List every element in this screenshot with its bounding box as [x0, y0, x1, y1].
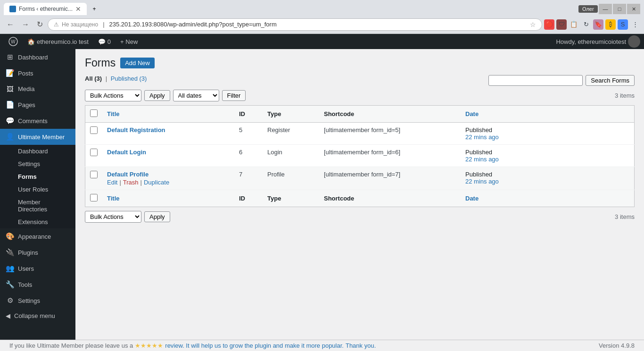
- bottom-right-info: 3 items: [615, 213, 635, 220]
- row-checkbox[interactable]: [90, 126, 98, 134]
- comments-icon: 💬: [98, 38, 106, 45]
- sidebar-item-ultimate-member[interactable]: 👤 Ultimate Member: [0, 129, 75, 145]
- sidebar-submenu-settings[interactable]: Settings: [0, 158, 75, 170]
- apply-button-bottom[interactable]: Apply: [144, 211, 170, 222]
- security-label: Не защищено: [62, 21, 98, 28]
- title-sort-link[interactable]: Title: [107, 110, 120, 117]
- comments-count: 0: [107, 38, 111, 45]
- sidebar-item-posts[interactable]: 📝 Posts: [0, 65, 75, 81]
- appearance-icon: 🎨: [6, 232, 14, 241]
- extension-icon-1[interactable]: 🔴: [544, 19, 554, 30]
- sidebar-item-users[interactable]: 👥 Users: [0, 260, 75, 276]
- bulk-actions-select-top[interactable]: Bulk Actions: [85, 90, 141, 101]
- row-checkbox[interactable]: [90, 149, 98, 156]
- extension-icon-2[interactable]: 🛡: [556, 19, 567, 30]
- date-sort-link[interactable]: Date: [465, 110, 479, 117]
- select-all-checkbox[interactable]: [90, 109, 98, 117]
- wp-logo-item[interactable]: W: [4, 34, 23, 49]
- sidebar-item-pages[interactable]: 📄 Pages: [0, 97, 75, 113]
- sidebar-item-appearance[interactable]: 🎨 Appearance: [0, 228, 75, 244]
- filter-search-row: All (3) | Published (3) Search Forms: [85, 75, 635, 86]
- forward-button[interactable]: →: [19, 18, 32, 31]
- title-sort-footer-link[interactable]: Title: [107, 195, 120, 202]
- footer-review-link[interactable]: review. It will help us to grow the plug…: [165, 342, 344, 349]
- col-footer-checkbox: [85, 190, 103, 207]
- table-top-right: 3 items: [615, 92, 635, 99]
- url-separator: |: [103, 21, 104, 28]
- sidebar-item-settings[interactable]: ⚙ Settings: [0, 292, 75, 309]
- dashboard-icon: ⊞: [6, 53, 14, 61]
- sidebar-item-plugins[interactable]: 🔌 Plugins: [0, 244, 75, 260]
- filter-link-all[interactable]: All (3): [85, 75, 102, 82]
- select-all-footer-checkbox[interactable]: [90, 194, 98, 201]
- extension-icon-5[interactable]: 🔖: [593, 19, 603, 30]
- sidebar-submenu-forms[interactable]: Forms: [0, 170, 75, 183]
- search-forms-input[interactable]: [488, 75, 583, 86]
- bookmark-icon[interactable]: ☆: [530, 21, 536, 28]
- apply-button-top[interactable]: Apply: [144, 90, 170, 101]
- duplicate-action-link[interactable]: Duplicate: [144, 179, 169, 186]
- footer-version: Version 4.9.8: [599, 342, 635, 349]
- extension-icon-8[interactable]: ⋮: [630, 19, 640, 30]
- sidebar-item-dashboard[interactable]: ⊞ Dashboard: [0, 49, 75, 65]
- date-status: Published: [465, 149, 492, 156]
- edit-action-link[interactable]: Edit: [107, 179, 117, 186]
- footer-thankyou-link[interactable]: Thank you.: [346, 342, 376, 349]
- col-header-date: Date: [461, 106, 635, 123]
- new-label: + New: [120, 38, 138, 45]
- close-button[interactable]: ✕: [627, 4, 640, 14]
- browser-tab[interactable]: Forms ‹ ethereumic... ✕: [4, 3, 87, 15]
- date-relative-link[interactable]: 22 mins ago: [465, 156, 499, 163]
- form-title-link[interactable]: Default Login: [107, 149, 146, 156]
- sidebar-item-comments[interactable]: 💬 Comments: [0, 113, 75, 129]
- add-new-button[interactable]: Add New: [120, 58, 155, 68]
- minimize-button[interactable]: —: [599, 4, 612, 14]
- extension-icon-6[interactable]: ₿: [605, 19, 616, 30]
- search-forms-button[interactable]: Search Forms: [586, 75, 635, 86]
- footer-stars: ★★★★★: [135, 342, 163, 349]
- row-type-cell: Register: [263, 123, 319, 145]
- row-type-cell: Profile: [263, 167, 319, 190]
- sidebar-item-label: Tools: [18, 281, 32, 288]
- admin-bar-comments[interactable]: 💬 0: [93, 34, 116, 49]
- date-sort-footer-link[interactable]: Date: [465, 195, 479, 202]
- trash-action-link[interactable]: Trash: [123, 179, 139, 186]
- back-button[interactable]: ←: [4, 18, 17, 31]
- filter-button[interactable]: Filter: [222, 90, 246, 101]
- admin-bar-new[interactable]: + New: [116, 34, 142, 49]
- sidebar-item-media[interactable]: 🖼 Media: [0, 81, 75, 97]
- sidebar-item-tools[interactable]: 🔧 Tools: [0, 276, 75, 292]
- col-footer-date: Date: [461, 190, 635, 207]
- all-dates-select[interactable]: All dates: [173, 90, 219, 101]
- new-tab-button[interactable]: +: [88, 3, 101, 15]
- extension-icon-3[interactable]: 📋: [569, 19, 579, 30]
- maximize-button[interactable]: □: [613, 4, 626, 14]
- extension-icon-7[interactable]: S: [618, 19, 628, 30]
- form-title-link[interactable]: Default Profile: [107, 171, 149, 178]
- sidebar-submenu-user-roles[interactable]: User Roles: [0, 183, 75, 196]
- browser-url-bar[interactable]: ⚠ Не защищено | 235.201.20.193:8080/wp-a…: [48, 18, 542, 31]
- sidebar-item-label: Settings: [18, 297, 40, 304]
- admin-bar-site-name[interactable]: 🏠 ethereumico.io test: [23, 34, 93, 49]
- refresh-button[interactable]: ↻: [34, 18, 46, 31]
- bulk-actions-select-bottom[interactable]: Bulk Actions: [85, 211, 141, 223]
- sidebar-item-label: Media: [18, 85, 34, 92]
- form-title-link[interactable]: Default Registration: [107, 126, 165, 134]
- row-checkbox-cell: [85, 145, 103, 167]
- filter-link-published[interactable]: Published (3): [111, 75, 147, 82]
- sidebar-submenu-member-directories[interactable]: Member Directories: [0, 196, 75, 216]
- extension-icon-4[interactable]: ↻: [581, 19, 591, 30]
- date-relative-link[interactable]: 22 mins ago: [465, 134, 499, 141]
- filter-separator: |: [106, 75, 107, 82]
- row-checkbox[interactable]: [90, 171, 98, 178]
- sidebar-collapse-button[interactable]: ◀ Collapse menu: [0, 309, 75, 323]
- date-relative-link[interactable]: 22 mins ago: [465, 178, 499, 185]
- tab-close-button[interactable]: ✕: [75, 6, 81, 12]
- table-header-row: Title ID Type Shortcode Date: [85, 106, 635, 123]
- page-title: Forms: [85, 57, 116, 69]
- sidebar-submenu-extensions[interactable]: Extensions: [0, 216, 75, 228]
- date-status: Published: [465, 126, 492, 134]
- users-icon: 👥: [6, 264, 14, 273]
- sidebar-submenu-dashboard[interactable]: Dashboard: [0, 145, 75, 158]
- url-text[interactable]: 235.201.20.193:8080/wp-admin/edit.php?po…: [109, 21, 527, 28]
